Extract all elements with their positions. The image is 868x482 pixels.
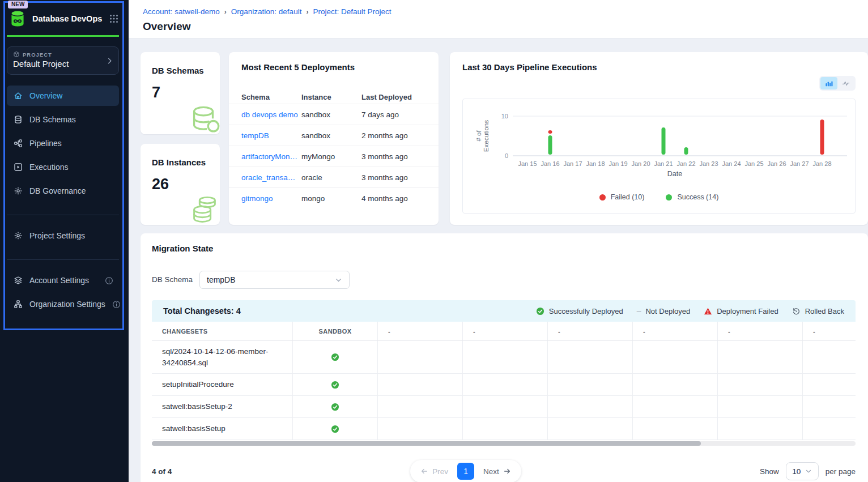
- empty-status-cell: [633, 418, 718, 440]
- breadcrumb-item[interactable]: Account: satwell-demo: [143, 7, 220, 16]
- instance-cell: mongo: [301, 194, 361, 203]
- svg-text:Jan 18: Jan 18: [586, 160, 605, 167]
- app-switcher-icon[interactable]: [109, 14, 119, 24]
- database-stack-icon: [187, 194, 220, 225]
- info-icon: [105, 276, 113, 285]
- chart-bar-success-jan-16: [548, 135, 552, 155]
- project-name: Default Project: [13, 59, 113, 69]
- sidebar-item-label: Executions: [29, 163, 113, 172]
- empty-status-cell: [718, 374, 803, 395]
- svg-text:Jan 27: Jan 27: [790, 160, 809, 167]
- schema-link[interactable]: db devops demo: [241, 110, 301, 119]
- schema-link[interactable]: tempDB: [241, 131, 301, 140]
- sidebar-divider: [7, 259, 119, 260]
- chart-legend: Failed (10)Success (14): [463, 193, 855, 201]
- changesets-col-header: -: [718, 322, 803, 340]
- svg-text:Jan 21: Jan 21: [654, 160, 673, 167]
- deployment-row: oracle_transact...oracle3 months ago: [229, 167, 439, 188]
- project-selector[interactable]: PROJECT Default Project: [7, 46, 119, 75]
- db-schema-select[interactable]: tempDB: [199, 271, 350, 289]
- sandbox-status-cell: [293, 396, 378, 417]
- chevron-down-icon: [335, 276, 342, 284]
- new-badge: NEW: [8, 1, 28, 8]
- sidebar-item-db-schemas[interactable]: DB Schemas: [7, 109, 119, 130]
- db-instances-card: DB Instances 26: [141, 144, 220, 225]
- svg-text:Jan 19: Jan 19: [609, 160, 627, 167]
- bar-chart-icon: [825, 79, 833, 87]
- sidebar-item-account-settings[interactable]: Account Settings: [7, 270, 119, 291]
- empty-status-cell: [378, 396, 463, 417]
- legend-dot: [666, 194, 672, 201]
- breadcrumb-separator: ›: [306, 8, 308, 16]
- chart-legend-item: Failed (10): [599, 193, 645, 201]
- schema-link[interactable]: artifactoryMongo: [241, 152, 301, 161]
- breadcrumb-item[interactable]: Project: Default Project: [313, 7, 391, 16]
- horizontal-scrollbar-track[interactable]: [152, 441, 856, 446]
- svg-text:Jan 15: Jan 15: [518, 160, 537, 167]
- breadcrumb-separator: ›: [224, 8, 227, 16]
- next-label: Next: [483, 467, 499, 476]
- pagination-bar: 4 of 4 Prev 1 Next Show 10: [152, 460, 856, 482]
- sidebar-item-project-settings[interactable]: Project Settings: [7, 225, 119, 246]
- empty-status-cell: [803, 374, 856, 395]
- sidebar-item-label: DB Schemas: [29, 115, 113, 124]
- migration-state-card: Migration State DB Schema tempDB Total C…: [141, 233, 868, 482]
- line-chart-icon: [842, 79, 850, 87]
- empty-status-cell: [378, 341, 463, 373]
- pagination-summary: 4 of 4: [152, 467, 172, 476]
- svg-text:Jan 25: Jan 25: [744, 160, 763, 167]
- schema-link[interactable]: oracle_transact...: [241, 173, 301, 182]
- changesets-col-header: SANDBOX: [293, 322, 378, 340]
- pipeline-executions-title: Last 30 Days Pipeline Executions: [462, 62, 597, 72]
- sidebar-item-overview[interactable]: Overview: [7, 86, 119, 106]
- breadcrumb-item[interactable]: Organization: default: [231, 7, 302, 16]
- deployment-status-legend: Successfully Deployed–Not DeployedDeploy…: [536, 306, 844, 315]
- pager: Prev 1 Next: [410, 460, 521, 482]
- database-cylinder-icon: [187, 104, 220, 134]
- sandbox-status-cell: [293, 374, 378, 395]
- deployment-row: gitmongomongo4 months ago: [229, 188, 439, 209]
- status-legend-item: Deployment Failed: [704, 307, 778, 315]
- check-circle-icon: [331, 403, 339, 411]
- sandbox-status-cell: [293, 418, 378, 440]
- page-number-button[interactable]: 1: [457, 463, 474, 480]
- account-icon: [14, 276, 23, 285]
- sidebar-item-label: Account Settings: [29, 276, 98, 285]
- changeset-name-cell: satwell:basisSetup-2: [152, 396, 293, 417]
- db-schema-label: DB Schema: [152, 275, 193, 284]
- page-size-value: 10: [792, 467, 801, 476]
- line-chart-toggle-button[interactable]: [837, 77, 854, 89]
- chevron-right-icon: [105, 57, 114, 65]
- db-schema-selected-value: tempDB: [207, 275, 236, 284]
- empty-status-cell: [548, 374, 633, 395]
- sidebar-item-db-governance[interactable]: DB Governance: [7, 181, 119, 201]
- empty-status-cell: [803, 418, 856, 440]
- prev-page-button[interactable]: Prev: [420, 467, 448, 476]
- project-cube-icon: [13, 51, 20, 58]
- executions-chart: 010# ofExecutionsJan 15Jan 16Jan 17Jan 1…: [462, 99, 856, 214]
- deployments-col-header: Instance: [301, 93, 361, 101]
- sidebar-nav-main: OverviewDB SchemasPipelinesExecutionsDB …: [7, 86, 119, 204]
- bar-chart-toggle-button[interactable]: [820, 77, 837, 89]
- svg-text:Jan 22: Jan 22: [676, 160, 695, 167]
- prev-label: Prev: [432, 467, 448, 476]
- deployments-col-header: Last Deployed: [361, 93, 426, 101]
- sidebar-item-label: Pipelines: [29, 139, 113, 148]
- rollback-icon: [792, 307, 801, 315]
- horizontal-scrollbar-thumb[interactable]: [152, 441, 701, 446]
- next-page-button[interactable]: Next: [483, 467, 511, 476]
- status-legend-item: –Not Deployed: [637, 306, 691, 315]
- chart-type-toggle: [819, 76, 856, 91]
- sidebar-item-pipelines[interactable]: Pipelines: [7, 133, 119, 153]
- chart-bar-success-jan-22: [684, 147, 688, 155]
- schema-link[interactable]: gitmongo: [241, 194, 301, 203]
- check-circle-icon: [331, 381, 339, 389]
- per-page-label: per page: [826, 467, 856, 476]
- sidebar-item-executions[interactable]: Executions: [7, 157, 119, 177]
- changesets-summary-band: Total Changesets: 4 Successfully Deploye…: [152, 300, 856, 322]
- page-size-select[interactable]: 10: [786, 462, 819, 480]
- project-label: PROJECT: [23, 52, 52, 58]
- empty-status-cell: [633, 374, 718, 395]
- sidebar-item-organization-settings[interactable]: Organization Settings: [7, 294, 119, 314]
- instance-cell: oracle: [301, 173, 361, 182]
